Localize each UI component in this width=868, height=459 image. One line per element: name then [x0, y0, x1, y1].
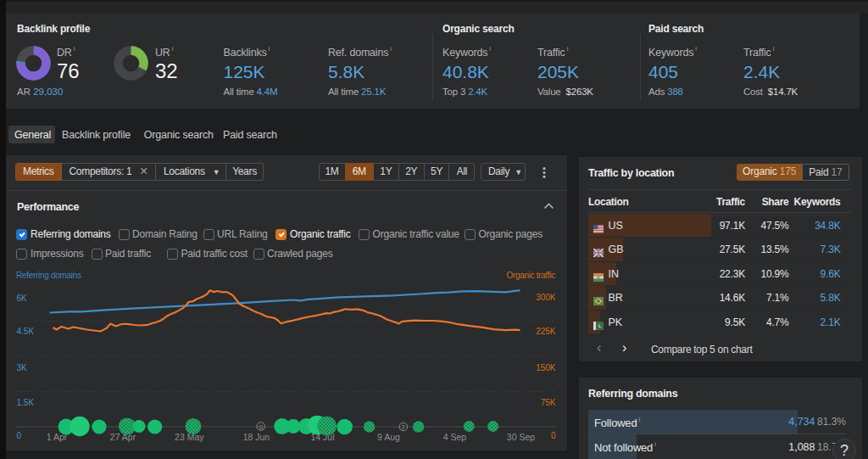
svg-text:4.5K: 4.5K	[16, 327, 34, 336]
svg-text:3K: 3K	[16, 363, 27, 372]
svg-text:150K: 150K	[536, 363, 556, 372]
svg-text:6K: 6K	[16, 294, 27, 303]
svg-text:225K: 225K	[536, 327, 556, 336]
svg-text:30 Sep: 30 Sep	[506, 432, 534, 442]
svg-text:18 Jun: 18 Jun	[242, 432, 270, 442]
svg-text:9 Aug: 9 Aug	[377, 432, 400, 442]
svg-text:4 Sep: 4 Sep	[442, 432, 466, 442]
svg-text:0: 0	[550, 431, 555, 440]
svg-text:1.5K: 1.5K	[16, 398, 34, 407]
svg-text:G: G	[259, 424, 263, 430]
svg-text:2: 2	[402, 424, 405, 430]
svg-text:0: 0	[16, 431, 21, 440]
svg-text:75K: 75K	[540, 398, 555, 407]
svg-text:300K: 300K	[536, 293, 556, 302]
